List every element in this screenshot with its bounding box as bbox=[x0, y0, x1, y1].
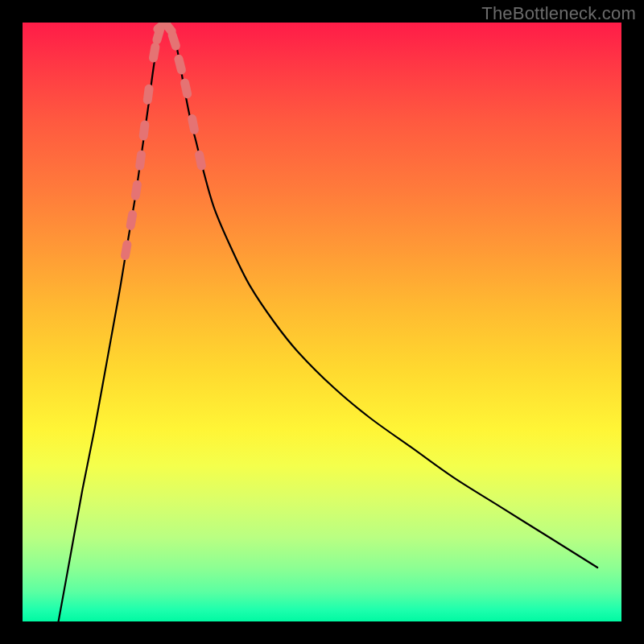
marker-point bbox=[143, 125, 145, 136]
marker-point bbox=[164, 23, 171, 31]
marker-point bbox=[140, 155, 142, 166]
watermark-text: TheBottleneck.com bbox=[481, 3, 636, 24]
marker-group bbox=[126, 23, 202, 256]
marker-point bbox=[135, 184, 137, 196]
marker-point bbox=[179, 59, 181, 70]
marker-point bbox=[192, 119, 195, 130]
marker-point bbox=[147, 89, 149, 100]
marker-point bbox=[172, 35, 175, 46]
marker-point bbox=[200, 155, 202, 166]
marker-point bbox=[130, 215, 132, 226]
marker-point bbox=[154, 47, 155, 58]
chart-overlay bbox=[23, 23, 621, 621]
bottleneck-curve bbox=[59, 23, 598, 621]
marker-point bbox=[126, 245, 127, 256]
chart-frame: TheBottleneck.com bbox=[0, 0, 644, 644]
plot-area bbox=[23, 23, 621, 621]
marker-point bbox=[185, 83, 188, 94]
